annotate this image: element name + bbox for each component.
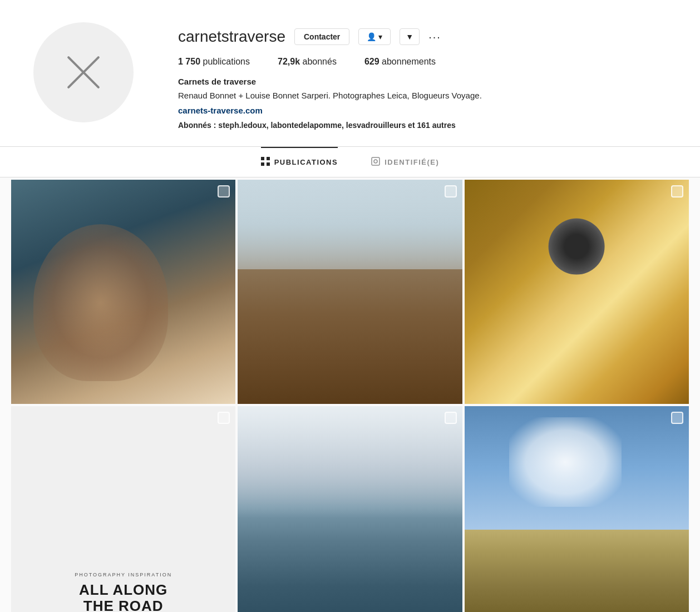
contact-button[interactable]: Contacter	[294, 28, 349, 45]
svg-rect-3	[267, 162, 270, 166]
person-icon: 👤	[367, 32, 376, 41]
followers-mentioned-names[interactable]: steph.ledoux, labontedelapomme, lesvadro…	[218, 121, 406, 130]
select-checkbox[interactable]	[671, 185, 683, 198]
image-mountains	[238, 406, 462, 612]
grid-row-1	[0, 180, 700, 404]
poster-title: ALL ALONGTHE ROAD	[79, 582, 167, 612]
dropdown-arrow-button[interactable]: ▼	[400, 28, 420, 45]
grid-cell-1-3[interactable]	[465, 180, 689, 404]
follow-person-button[interactable]: 👤 ▾	[358, 28, 391, 45]
profile-website[interactable]: carnets-traverse.com	[178, 106, 667, 115]
svg-rect-1	[267, 157, 270, 160]
image-books-camera	[465, 180, 689, 404]
chevron-down-icon: ▾	[378, 32, 382, 41]
select-checkbox[interactable]	[218, 412, 230, 424]
image-text-poster: PHOTOGRAPHY INSPIRATION ALL ALONGTHE ROA…	[11, 406, 235, 612]
stat-publications: 1 750 publications	[178, 57, 250, 67]
following-count: 629	[364, 57, 379, 66]
svg-point-5	[374, 160, 377, 163]
select-checkbox[interactable]	[445, 185, 457, 198]
publications-count: 1 750	[178, 57, 200, 66]
svg-rect-2	[261, 162, 264, 166]
tabs-section: PUBLICATIONS IDENTIFIÉ(E)	[0, 147, 700, 177]
profile-bio: Renaud Bonnet + Louise Bonnet Sarperi. P…	[178, 90, 512, 102]
image-canyon	[238, 180, 462, 404]
svg-rect-4	[372, 157, 379, 165]
more-options-button[interactable]: ···	[428, 31, 441, 43]
followers-mention-suffix: et 161 autres	[406, 121, 456, 130]
image-landscape-blue	[465, 406, 689, 612]
grid-icon	[261, 157, 270, 168]
tab-publications[interactable]: PUBLICATIONS	[261, 147, 338, 177]
profile-info: carnetstraverse Contacter 👤 ▾ ▼ ··· 1 75…	[178, 22, 667, 130]
stats-row: 1 750 publications 72,9k abonnés 629 abo…	[178, 57, 667, 67]
publications-label: publications	[203, 57, 250, 66]
select-checkbox[interactable]	[445, 412, 457, 424]
following-label: abonnements	[382, 57, 436, 66]
stat-following: 629 abonnements	[364, 57, 436, 67]
followers-mention: Abonnés : steph.ledoux, labontedelapomme…	[178, 121, 667, 130]
stat-followers: 72,9k abonnés	[278, 57, 337, 67]
grid-cell-2-1[interactable]: PHOTOGRAPHY INSPIRATION ALL ALONGTHE ROA…	[11, 406, 235, 612]
profile-display-name: Carnets de traverse	[178, 77, 667, 86]
chevron-icon: ▼	[406, 32, 413, 41]
image-woman-portrait	[11, 180, 235, 404]
avatar	[33, 22, 134, 122]
profile-username: carnetstraverse	[178, 28, 285, 46]
followers-label: abonnés	[303, 57, 337, 66]
grid-cell-2-3[interactable]	[465, 406, 689, 612]
followers-count: 72,9k	[278, 57, 300, 66]
select-checkbox[interactable]	[671, 412, 683, 424]
profile-section: carnetstraverse Contacter 👤 ▾ ▼ ··· 1 75…	[0, 0, 700, 147]
avatar-x-icon	[61, 50, 106, 95]
tag-icon	[371, 157, 380, 168]
grid-cell-1-1[interactable]	[11, 180, 235, 404]
tab-tagged[interactable]: IDENTIFIÉ(E)	[371, 147, 439, 177]
grid-cell-1-2[interactable]	[238, 180, 462, 404]
profile-header-row: carnetstraverse Contacter 👤 ▾ ▼ ···	[178, 28, 667, 46]
tab-publications-label: PUBLICATIONS	[274, 158, 338, 166]
grid-section: PHOTOGRAPHY INSPIRATION ALL ALONGTHE ROA…	[0, 177, 700, 613]
select-checkbox[interactable]	[218, 185, 230, 198]
grid-row-2: PHOTOGRAPHY INSPIRATION ALL ALONGTHE ROA…	[0, 406, 700, 612]
tab-tagged-label: IDENTIFIÉ(E)	[384, 158, 439, 166]
followers-mention-prefix: Abonnés :	[178, 121, 218, 130]
poster-subtitle: PHOTOGRAPHY INSPIRATION	[75, 572, 172, 578]
grid-cell-2-2[interactable]	[238, 406, 462, 612]
svg-rect-0	[261, 157, 264, 160]
